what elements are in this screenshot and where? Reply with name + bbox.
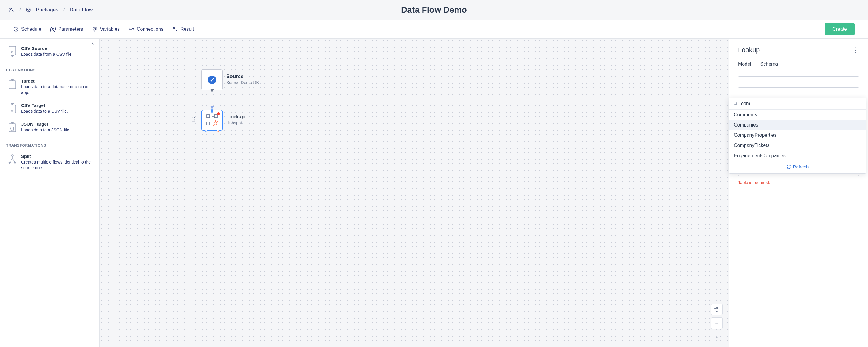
properties-title: Lookup [738,46,760,54]
home-icon[interactable] [8,7,14,13]
palette-item-title: Split [21,153,93,159]
toolbar-parameters-label: Parameters [58,27,83,32]
svg-rect-14 [214,115,217,118]
palette-item-desc: Loads data to a JSON file. [21,127,70,133]
toolbar-result-label: Result [180,27,194,32]
topbar: / Packages / Data Flow Data Flow Demo [0,0,868,20]
svg-rect-13 [207,115,210,118]
palette-item-desc: Loads data to a database or a cloud app. [21,84,93,96]
palette-json-target[interactable]: { } JSON Target Loads data to a JSON fil… [0,118,99,136]
variables-icon: @ [92,27,97,32]
breadcrumb-separator: / [63,7,65,13]
toolbar-schedule[interactable]: Schedule [13,27,41,32]
component-palette[interactable]: , CSV Source Loads data from a CSV file.… [0,39,99,347]
node-lookup-subtitle: Hubspot [226,120,245,125]
toolbar-result[interactable]: Result [173,27,194,32]
delete-node-icon[interactable] [191,116,197,122]
palette-item-desc: Loads data to a CSV file. [21,108,68,114]
csv-target-icon: , [8,103,17,113]
tab-schema[interactable]: Schema [760,62,778,70]
dropdown-search [729,98,866,110]
result-icon [173,27,178,32]
create-button[interactable]: Create [825,24,855,35]
tab-model[interactable]: Model [738,62,751,70]
split-icon [8,153,17,165]
palette-section-transformations: TRANSFORMATIONS [0,136,99,150]
table-error: Table is required. [738,180,859,185]
palette-csv-target[interactable]: , CSV Target Loads data to a CSV file. [0,99,99,118]
svg-point-19 [215,120,216,122]
dropdown-refresh-label: Refresh [793,164,809,169]
canvas-tools: + · [711,304,723,343]
port-bottom-right-icon[interactable] [217,130,219,132]
dropdown-item[interactable]: Comments [729,110,866,120]
properties-panel: Lookup ⋯ Model Schema Connection* Table … [728,39,868,347]
dropdown-refresh[interactable]: Refresh [729,161,866,173]
json-target-icon: { } [8,122,17,132]
toolbar-variables-label: Variables [100,27,120,32]
csv-source-icon: , [8,46,17,57]
breadcrumb-separator: / [19,7,21,13]
svg-point-2 [132,28,134,30]
zoom-menu-icon[interactable]: · [711,331,723,343]
palette-section-destinations: DESTINATIONS [0,61,99,75]
svg-rect-12 [192,118,195,122]
refresh-icon [786,165,791,169]
connector-line [212,92,212,107]
autocomplete-dropdown[interactable]: CommentsCompaniesCompanyPropertiesCompan… [728,98,866,174]
pan-tool-icon[interactable] [711,304,723,315]
dropdown-item[interactable]: EngagementCompanies [729,150,866,161]
collapse-palette-icon[interactable] [91,41,96,46]
dropdown-item[interactable]: CompanyTickets [729,140,866,150]
dropdown-item[interactable]: Companies [729,120,866,130]
connections-icon [129,27,134,32]
svg-text:,: , [11,48,13,53]
canvas-wrap: Source Source Demo DB [99,39,728,347]
node-lookup-box[interactable] [202,110,223,131]
palette-item-title: JSON Target [21,122,70,127]
model-name-input[interactable] [738,76,859,88]
svg-point-20 [734,102,737,105]
palette-csv-source[interactable]: , CSV Source Loads data from a CSV file. [0,42,99,61]
port-top-icon[interactable] [211,108,213,114]
breadcrumb: / Packages / Data Flow [8,7,93,13]
zoom-in-icon[interactable]: + [711,317,723,329]
dropdown-item[interactable]: CompanyProperties [729,130,866,140]
toolbar-parameters[interactable]: (x) Parameters [50,27,83,32]
palette-split[interactable]: Split Creates multiple flows identical t… [0,150,99,174]
breadcrumb-current[interactable]: Data Flow [70,7,93,13]
palette-target[interactable]: Target Loads data to a database or a clo… [0,75,99,99]
port-bottom-left-icon[interactable] [205,130,208,132]
node-source-title: Source [226,73,259,79]
palette-item-title: CSV Source [21,46,73,51]
svg-point-0 [9,7,10,9]
clock-icon [13,27,19,32]
port-bottom-icon[interactable] [210,89,214,92]
toolbar-connections[interactable]: Connections [129,27,163,32]
toolbar: Schedule (x) Parameters @ Variables Conn… [0,20,868,39]
cube-icon [26,7,31,13]
properties-tabs: Model Schema [738,62,859,71]
node-lookup-title: Lookup [226,114,245,120]
workspace: , CSV Source Loads data from a CSV file.… [0,39,868,347]
toolbar-variables[interactable]: @ Variables [92,27,120,32]
node-source-subtitle: Source Demo DB [226,80,259,85]
target-icon [8,78,17,89]
parameters-icon: (x) [50,27,56,32]
palette-item-desc: Loads data from a CSV file. [21,51,73,57]
node-lookup[interactable]: Lookup Hubspot [202,110,245,131]
dropdown-search-input[interactable] [741,101,862,106]
kebab-menu-icon[interactable]: ⋯ [851,47,860,53]
node-source[interactable]: Source Source Demo DB [202,69,259,90]
svg-rect-15 [207,122,210,125]
toolbar-connections-label: Connections [136,27,163,32]
breadcrumb-packages[interactable]: Packages [36,7,59,13]
palette-item-desc: Creates multiple flows identical to the … [21,159,93,171]
page-title: Data Flow Demo [401,5,467,15]
svg-point-10 [11,154,13,156]
svg-text:,: , [11,107,13,112]
node-source-box[interactable] [202,69,223,90]
palette-item-title: Target [21,78,93,83]
flow-canvas[interactable]: Source Source Demo DB [99,39,728,347]
svg-rect-5 [9,81,16,89]
